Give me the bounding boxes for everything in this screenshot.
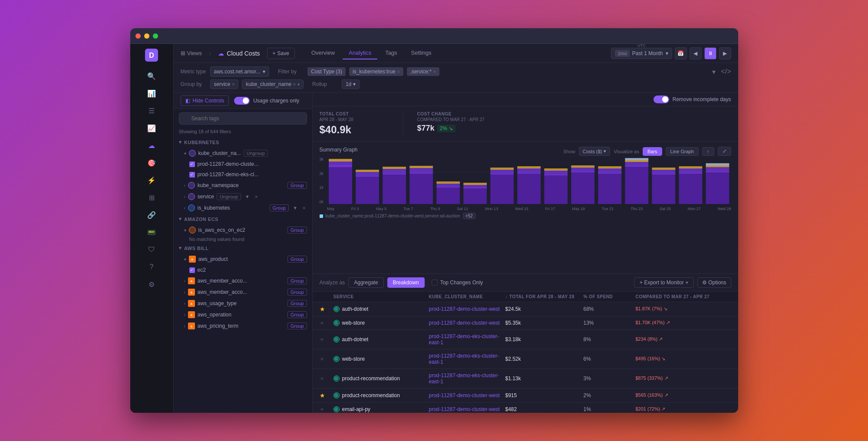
ec2-checkbox[interactable] (189, 267, 195, 273)
cluster-cell-2[interactable]: prod-11287-demo-cluster-west (429, 320, 505, 326)
remove-group-cluster[interactable]: × (293, 82, 296, 87)
metric-select[interactable]: aws.cost.net.amor... ▾ (210, 66, 270, 77)
minimize-button[interactable] (144, 33, 149, 39)
aws-operation-item[interactable]: › a aws_operation Group (174, 309, 312, 320)
fullscreen-button[interactable]: ⤢ (718, 147, 731, 156)
is-kubernetes-filter[interactable]: is_kubernetes:true × (349, 67, 403, 76)
expand-operation-icon[interactable]: › (184, 313, 185, 317)
save-button[interactable]: + Save (267, 48, 295, 59)
search-input[interactable] (179, 112, 307, 125)
sidebar-item-grid[interactable]: ⊞ (144, 190, 159, 205)
aws-bill-section-header[interactable]: ▾ AWS BILL (174, 243, 312, 253)
line-graph-button[interactable]: Line Graph (666, 147, 699, 156)
remove-service[interactable]: × (433, 69, 436, 74)
star-cell-7[interactable]: ★ (320, 406, 333, 412)
group-ecs-button[interactable]: Group (287, 227, 307, 234)
service-item[interactable]: › service Ungroup ▼ × (174, 191, 312, 202)
bars-button[interactable]: Bars (643, 147, 662, 156)
ec2-item[interactable]: ec2 (174, 265, 312, 275)
tab-analytics[interactable]: Analytics (343, 47, 377, 59)
group-kube-button[interactable]: Group (270, 204, 289, 211)
cluster-cell-7[interactable]: prod-11287-demo-cluster-west (429, 406, 505, 412)
sidebar-item-activity[interactable]: ⚡ (144, 172, 159, 188)
remove-kube-icon[interactable]: × (301, 205, 307, 211)
expand-service-icon[interactable]: › (184, 194, 185, 199)
group-service-chip[interactable]: service × (210, 79, 239, 89)
aws-member-acct-item1[interactable]: › a aws_member_acco... Group (174, 275, 312, 286)
group-pricing-button[interactable]: Group (287, 323, 307, 329)
filter-kube-icon[interactable]: ▼ (291, 205, 299, 211)
group-member-button[interactable]: Group (287, 277, 307, 284)
sidebar-item-help[interactable]: ? (144, 259, 159, 275)
sidebar-item-connect[interactable]: 🔗 (144, 207, 159, 223)
aws-pricing-term-item[interactable]: › a aws_pricing_term Group (174, 320, 312, 332)
expand-member-icon[interactable]: › (184, 279, 185, 283)
th-total[interactable]: ↓ TOTAL FOR APR 28 - MAY 28 (505, 294, 584, 299)
star-cell-5[interactable]: ★ (320, 375, 333, 382)
aws-member-acct-item2[interactable]: › a aws_member_acco... Group (174, 286, 312, 298)
tab-overview[interactable]: Overview (305, 47, 341, 59)
prod-cluster-west-item[interactable]: prod-11287-demo-cluste... (174, 159, 312, 169)
top-changes-checkbox[interactable] (432, 280, 438, 286)
kubernetes-section-header[interactable]: ▾ KUBERNETES (174, 137, 312, 148)
kube-namespace-item[interactable]: › kube_namespace Group (174, 180, 312, 191)
is-kubernetes-item[interactable]: › is_kubernetes Group ▼ × (174, 202, 312, 214)
expand-icon[interactable]: ▾ (184, 151, 186, 156)
expand-filter[interactable]: ▾ (712, 68, 716, 76)
close-button[interactable] (135, 33, 141, 39)
remove-incomplete-toggle[interactable] (653, 95, 669, 103)
cluster-cell-3[interactable]: prod-11287-demo-eks-cluster-east-1 (429, 333, 505, 346)
cluster-eks-checkbox[interactable] (189, 172, 195, 178)
cluster-cell-4[interactable]: prod-11287-demo-eks-cluster-east-1 (429, 353, 505, 365)
kube-cluster-item[interactable]: ▾ kube_cluster_na... Ungroup (174, 148, 312, 159)
rollup-select[interactable]: 1d ▾ (342, 79, 360, 89)
expand-ns-icon[interactable]: › (184, 183, 185, 188)
tab-tags[interactable]: Tags (379, 47, 403, 59)
aws-usage-type-item[interactable]: › a aws_usage_type Group (174, 298, 312, 309)
ungroup-service-button[interactable]: Ungroup (217, 193, 241, 200)
star-cell-4[interactable]: ★ (320, 356, 333, 362)
remove-group-service[interactable]: × (232, 82, 235, 87)
export-button[interactable]: + Export to Monitor ▾ (634, 277, 694, 288)
group-operation-button[interactable]: Group (287, 311, 307, 318)
time-range-select[interactable]: 1mo Past 1 Month ▾ (611, 48, 672, 59)
calendar-icon[interactable]: 📅 (675, 47, 687, 59)
cluster-cell-6[interactable]: prod-11287-demo-cluster-west (429, 392, 505, 398)
prod-cluster-eks-item[interactable]: prod-11287-demo-eks-cl... (174, 169, 312, 180)
sidebar-item-cloud[interactable]: ☁ (144, 138, 159, 153)
expand-usage-icon[interactable]: › (184, 301, 185, 306)
amazon-ecs-section-header[interactable]: ▾ AMAZON ECS (174, 214, 312, 224)
filter-service-icon[interactable]: ▼ (244, 194, 251, 200)
star-cell-1[interactable]: ★ (320, 306, 333, 313)
expand-kube-icon[interactable]: › (184, 206, 185, 211)
star-cell-3[interactable]: ★ (320, 336, 333, 342)
sidebar-item-monitor[interactable]: 📟 (144, 224, 159, 240)
breakdown-button[interactable]: Breakdown (387, 277, 425, 288)
aggregate-button[interactable]: Aggregate (348, 277, 383, 288)
service-filter[interactable]: ,service:* × (407, 67, 439, 76)
sidebar-item-dashboard[interactable]: 📊 (144, 86, 159, 101)
group-chip-more[interactable]: ▾ (297, 82, 300, 87)
group-namespace-button[interactable]: Group (287, 182, 307, 189)
views-link[interactable]: ⊞ Views (181, 50, 202, 56)
star-cell-2[interactable]: ★ (320, 320, 333, 326)
group-cluster-chip[interactable]: kube_cluster_name × ▾ (242, 79, 304, 89)
group-product-button[interactable]: Group (287, 256, 307, 263)
cluster-cell-5[interactable]: prod-11287-demo-eks-cluster-east-1 (429, 372, 505, 385)
sidebar-item-graph[interactable]: 📈 (144, 120, 159, 136)
expand-ecs-icon[interactable]: ▾ (184, 228, 186, 233)
maximize-button[interactable] (153, 33, 158, 39)
sidebar-item-settings[interactable]: ⚙ (144, 276, 159, 292)
expand-member2-icon[interactable]: › (184, 290, 185, 295)
hide-controls-button[interactable]: ◧ Hide Controls (181, 95, 229, 106)
expand-product-icon[interactable]: ▾ (184, 257, 186, 262)
star-cell-6[interactable]: ★ (320, 392, 333, 399)
export-chart-button[interactable]: ↑ (702, 147, 714, 156)
expand-pricing-icon[interactable]: › (184, 324, 185, 329)
sidebar-item-target[interactable]: 🎯 (144, 155, 159, 171)
cluster-cell-1[interactable]: prod-11287-demo-cluster-west (429, 306, 505, 312)
sidebar-item-shield[interactable]: 🛡 (144, 242, 159, 257)
remove-service-icon[interactable]: × (254, 194, 259, 200)
ecs-ec2-item[interactable]: ▾ is_aws_ecs_on_ec2 Group (174, 224, 312, 236)
pause-button[interactable]: ⏸ (704, 47, 716, 59)
